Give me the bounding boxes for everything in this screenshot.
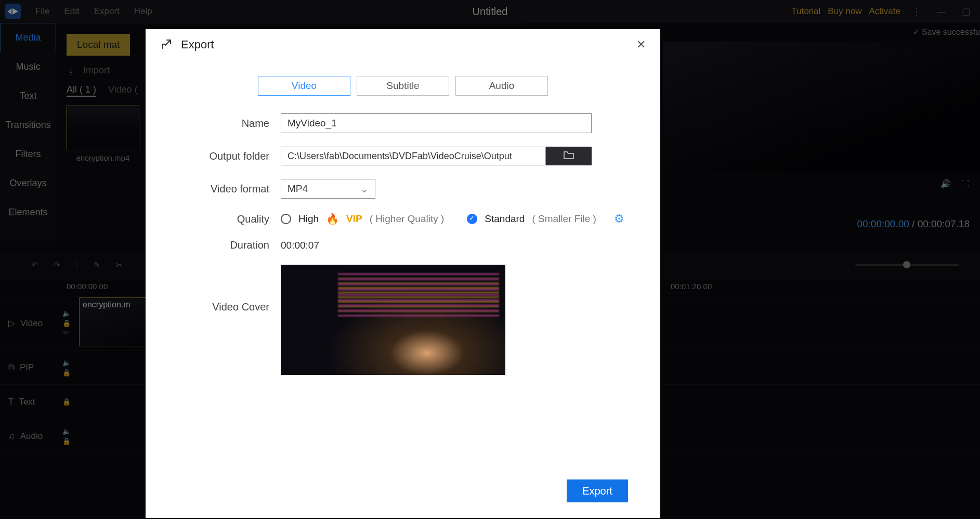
name-input[interactable]	[281, 113, 592, 133]
modal-title: Export	[181, 38, 214, 51]
duration-value: 00:00:07	[281, 240, 319, 251]
radio-standard[interactable]	[467, 214, 477, 224]
export-form: Name Output folder Video format MP4 ⌄ Qu…	[146, 113, 660, 388]
video-cover-preview	[281, 265, 505, 375]
tab-subtitle[interactable]: Subtitle	[357, 76, 449, 96]
output-folder-input[interactable]	[281, 147, 546, 165]
label-video-format: Video format	[146, 183, 281, 195]
export-modal: Export ✕ Video Subtitle Audio Name Outpu…	[146, 29, 660, 518]
export-button[interactable]: Export	[567, 479, 628, 502]
quality-standard-label: Standard	[485, 213, 525, 225]
export-tabs: Video Subtitle Audio	[146, 76, 660, 96]
quality-high-label: High	[298, 213, 319, 225]
folder-icon	[563, 150, 574, 162]
vip-badge: VIP	[346, 213, 362, 225]
close-icon[interactable]: ✕	[636, 38, 646, 51]
quality-high-hint: ( Higher Quality )	[370, 213, 445, 225]
quality-standard-hint: ( Smaller File )	[532, 213, 596, 225]
label-name: Name	[146, 118, 281, 129]
modal-header: Export ✕	[146, 29, 660, 60]
settings-icon[interactable]: ⚙	[614, 212, 624, 226]
tab-video[interactable]: Video	[258, 76, 350, 96]
chevron-down-icon: ⌄	[360, 183, 369, 195]
format-value: MP4	[288, 183, 308, 194]
flame-icon: 🔥	[326, 213, 339, 225]
label-duration: Duration	[146, 239, 281, 251]
tab-audio[interactable]: Audio	[455, 76, 548, 96]
label-output-folder: Output folder	[146, 150, 281, 162]
radio-high[interactable]	[281, 214, 291, 224]
browse-button[interactable]	[546, 147, 592, 165]
label-video-cover: Video Cover	[146, 265, 281, 313]
label-quality: Quality	[146, 213, 281, 225]
export-icon	[160, 38, 174, 51]
video-format-select[interactable]: MP4 ⌄	[281, 179, 375, 199]
